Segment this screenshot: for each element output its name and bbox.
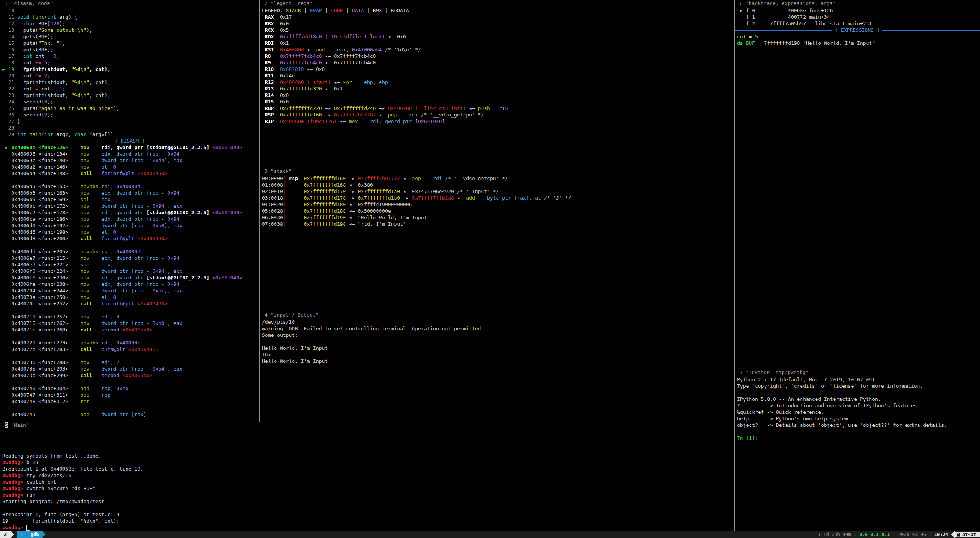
text-segment: ecx, <box>101 262 116 267</box>
text-segment <box>89 392 101 398</box>
text-segment: mov <box>81 157 89 163</box>
text-segment: b 19 <box>26 459 38 465</box>
text-segment: fprintf@plt <box>101 301 137 307</box>
text-segment: mov <box>81 190 89 196</box>
pane-border-vertical-right[interactable] <box>734 0 735 531</box>
pane-border-top-active[interactable] <box>0 425 735 425</box>
text-segment: dword ptr [rbp - <box>101 223 152 228</box>
terminal-line: pwndbg> b 19 <box>2 459 735 466</box>
text-segment: 1 <box>116 197 119 202</box>
text-segment <box>92 236 101 241</box>
text-segment: RIP <box>262 118 280 124</box>
disasm-separator: [ DISASM ] <box>0 138 260 144</box>
pane-border-top[interactable] <box>260 171 735 171</box>
text-segment <box>89 288 101 294</box>
window-tab-gdb[interactable]: 1 › gdb <box>17 531 42 538</box>
terminal-line: 20 cnt *= 2; <box>2 72 260 79</box>
pane-disasm-code[interactable]: 1 "disasm, code" 10 11 void func(int arg… <box>0 0 260 422</box>
text-segment: mov <box>81 268 89 274</box>
text-segment: pwndbg> <box>2 492 26 498</box>
text-segment: mov <box>81 223 89 228</box>
text-segment: 0x7ffff7fcb4c0 <box>280 60 322 66</box>
text-segment: dword ptr [rbp - <box>101 288 152 294</box>
text-segment: call <box>81 346 92 352</box>
powerline-arrow-icon <box>10 531 14 538</box>
terminal-line: 0x4006f6 <func+230> mov rdi, qword ptr [… <box>2 274 260 281</box>
pane-main-gdb[interactable]: 5 "Main" Reading symbols from test...don… <box>0 422 735 531</box>
pane-border-top[interactable] <box>260 315 735 315</box>
text-segment: pwndbg> <box>2 486 26 491</box>
terminal-line: 0x400704 <func+244> mov dword ptr [rbp -… <box>2 287 260 294</box>
text-segment: ; <box>47 73 50 79</box>
terminal-line <box>2 426 735 433</box>
terminal-line: 16 puts(BUF); <box>2 46 260 53</box>
text-segment: 0x4006b3 <func+163> <box>2 190 81 196</box>
terminal-line: 05:0028│ 0x7fffffffd188 ◂— 0x50000000e <box>262 208 735 214</box>
tmux-status-bar: 2 1 › gdb ↑ 1d 23h 49m ‹ 0.0 0.1 0.1 ‹ 2… <box>0 531 980 538</box>
text-segment: - <box>53 86 56 92</box>
text-segment: 0x40068e (func+126) <box>280 118 337 124</box>
pane-stack[interactable]: 3 "stack" 00:0000│ rsp 0x7fffffffd160 —▸… <box>260 168 735 312</box>
text-segment: += <box>35 60 41 66</box>
text-segment: /* '__vdso_getcpu' */ <box>442 176 508 181</box>
text-segment: tty /dev/pts/10 <box>26 472 71 478</box>
text-segment: edx, dword ptr [rbp - <box>101 151 167 157</box>
pane-backtrace-expressions[interactable]: 6 "backtrace, expressions, args" ► f 0 4… <box>735 0 980 369</box>
pane-input-output[interactable]: 4 "Input / Output" /dev/pts/10warning: G… <box>260 312 735 422</box>
terminal-line: 0x4006f0 <func+224> mov dword ptr [rbp -… <box>2 268 260 274</box>
terminal-line: R12 0x4004b0 (_start) ◂— xor ebp, ebp <box>262 79 735 85</box>
text-segment <box>89 294 101 300</box>
pane-border-vertical-left[interactable] <box>259 0 260 422</box>
pane-ipython[interactable]: 7 "IPython: tmp/pwndbg" Python 2.7.17 (d… <box>735 369 980 531</box>
text-segment: RCX <box>262 27 280 33</box>
text-segment: IPython 5.8.0 -- An enhanced Interactive… <box>737 396 881 402</box>
text-segment: 0x4006dd <func+205> <box>2 249 81 254</box>
text-segment: 2 <box>116 359 119 365</box>
text-segment: ( <box>41 131 44 137</box>
session-name-badge[interactable]: 2 <box>0 531 10 538</box>
text-segment: 0x0 <box>280 21 289 26</box>
text-segment: 0x400780 (__libc_csu_init) <box>388 105 466 111</box>
terminal-line: 12 char BUF[128]; <box>2 20 260 27</box>
ipython-listing[interactable]: Python 2.7.17 (default, Nov 7 2019, 10:0… <box>737 376 980 441</box>
pane-legend-regs[interactable]: 2 "legend, regs" LEGEND: STACK | HEAP | … <box>260 0 735 168</box>
text-segment <box>89 275 101 280</box>
terminal-line: cnt = 5 <box>737 33 980 40</box>
text-segment: ] <box>179 151 183 157</box>
source-code-listing: 10 11 void func(int arg) { 12 char BUF[1… <box>2 7 260 138</box>
pane-border-top[interactable] <box>260 3 735 3</box>
text-segment: ; <box>47 60 50 66</box>
terminal-line: 0x4006a9 <func+153> movabs rsi, 0x40080d <box>2 183 260 190</box>
expressions-listing: cnt = 5ds BUF = 7fffffffd190 "Hello Worl… <box>737 33 980 46</box>
text-segment <box>298 176 304 181</box>
text-segment: ], ecx <box>164 268 183 274</box>
terminal-line: Thx. <box>262 351 735 358</box>
terminal-line <box>2 433 735 440</box>
text-segment: 02:0010│ <box>262 189 304 194</box>
text-segment: 06:0030│ <box>262 215 304 220</box>
text-segment: rdi, qword ptr <box>370 118 415 124</box>
text-segment: char <box>23 21 35 26</box>
text-segment: second( <box>17 99 44 105</box>
text-segment: ecx, dword ptr [rbp - <box>101 255 167 261</box>
text-segment: dword ptr [rbp - <box>101 366 152 372</box>
terminal-line: R8 0x7ffff7fcb4c0 ◂— 0x7ffff7fcb4c0 <box>262 53 735 59</box>
text-segment: ; <box>62 86 66 92</box>
text-segment: 0x4006fe <func+238> <box>2 281 81 287</box>
text-segment: R12 <box>262 79 280 85</box>
text-segment: 0x7fffffffd190 <box>304 215 346 220</box>
disassembly-listing: ► 0x40068e <func+126> mov rdi, qword ptr… <box>2 144 260 418</box>
text-segment: Python 2.7.17 (default, Nov 7 2019, 10:0… <box>737 377 875 382</box>
terminal-line: pwndbg> cwatch execute "ds BUF" <box>2 485 735 492</box>
gdb-console-listing[interactable]: Reading symbols from test...done.pwndbg>… <box>2 426 735 531</box>
text-segment: R14 <box>262 92 280 98</box>
text-segment: <0x400490> <box>137 171 167 176</box>
text-segment: rdi, qword ptr [stdout@@GLIBC_2.2.5] <box>89 144 212 150</box>
text-segment: 0x4006ca <func+186> <box>2 216 81 222</box>
text-segment: , <box>346 47 352 52</box>
text-segment: pwndbg> <box>2 459 26 465</box>
text-segment: cnt <box>17 60 35 66</box>
angle-separator-icon: ‹ <box>893 531 896 537</box>
text-segment: 3 "stack" <box>265 168 291 174</box>
terminal-line: 0x40070c <func+252> call fprintf@plt <0x… <box>2 300 260 307</box>
